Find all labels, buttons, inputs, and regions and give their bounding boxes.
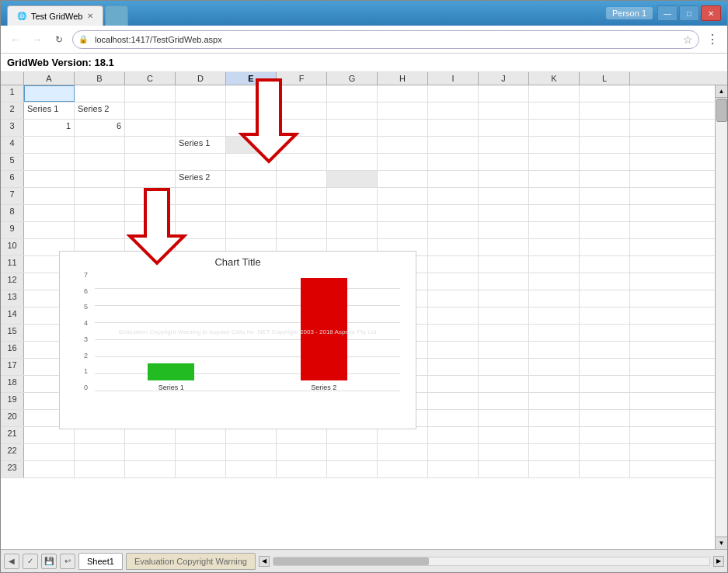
col-header-a[interactable]: A xyxy=(24,72,75,85)
col-header-c[interactable]: C xyxy=(125,72,176,85)
cell-k5[interactable] xyxy=(529,154,580,170)
cell-b3[interactable]: 6 xyxy=(75,120,125,136)
cell-b1[interactable] xyxy=(75,85,125,102)
user-badge[interactable]: Person 1 xyxy=(606,7,653,19)
cell-c2[interactable] xyxy=(125,102,176,119)
cell-b4[interactable] xyxy=(75,137,125,153)
cell-a5[interactable] xyxy=(24,154,75,170)
vertical-scrollbar[interactable]: ▲ ▼ xyxy=(715,85,727,549)
cell-f4[interactable] xyxy=(277,137,327,153)
cell-j5[interactable] xyxy=(479,154,529,170)
cell-l5[interactable] xyxy=(580,154,630,170)
cell-i5[interactable] xyxy=(428,154,479,170)
cell-e6[interactable] xyxy=(226,171,277,187)
cell-g2[interactable] xyxy=(327,102,378,119)
cell-k2[interactable] xyxy=(529,102,580,119)
cell-h4[interactable] xyxy=(378,137,428,153)
cell-i2[interactable] xyxy=(428,102,479,119)
forward-button[interactable]: → xyxy=(29,31,46,48)
back-button[interactable]: ← xyxy=(7,31,24,48)
col-header-f[interactable]: F xyxy=(277,72,327,85)
cell-b6[interactable] xyxy=(75,171,125,187)
h-scroll-thumb[interactable] xyxy=(273,557,429,565)
cell-g1[interactable] xyxy=(327,85,378,102)
url-input[interactable] xyxy=(72,30,699,49)
cell-k3[interactable] xyxy=(529,120,580,136)
cell-a1[interactable] xyxy=(24,85,75,102)
nav-prev-button[interactable]: ◀ xyxy=(4,554,19,569)
scroll-left-arrow[interactable]: ◀ xyxy=(259,556,270,567)
cell-h3[interactable] xyxy=(378,120,428,136)
cell-g5[interactable] xyxy=(327,154,378,170)
cell-l3[interactable] xyxy=(580,120,630,136)
cell-i1[interactable] xyxy=(428,85,479,102)
refresh-button[interactable]: ↻ xyxy=(51,31,68,48)
checkmark-button[interactable]: ✓ xyxy=(23,554,38,569)
cell-d1[interactable] xyxy=(176,85,226,102)
cell-l1[interactable] xyxy=(580,85,630,102)
cell-e4[interactable] xyxy=(226,137,277,153)
cell-c1[interactable] xyxy=(125,85,176,102)
cell-a3[interactable]: 1 xyxy=(24,120,75,136)
cell-h5[interactable] xyxy=(378,154,428,170)
cell-f5[interactable] xyxy=(277,154,327,170)
col-header-h[interactable]: H xyxy=(378,72,428,85)
cell-i3[interactable] xyxy=(428,120,479,136)
cell-c3[interactable] xyxy=(125,120,176,136)
sheet-tab-warning[interactable]: Evaluation Copyright Warning xyxy=(126,553,256,570)
bookmark-icon[interactable]: ☆ xyxy=(683,33,693,46)
cell-f6[interactable] xyxy=(277,171,327,187)
col-header-i[interactable]: I xyxy=(428,72,479,85)
cell-h6[interactable] xyxy=(378,171,428,187)
col-header-l[interactable]: L xyxy=(580,72,630,85)
horizontal-scrollbar[interactable] xyxy=(273,557,710,566)
scroll-down-arrow[interactable]: ▼ xyxy=(716,537,727,549)
maximize-button[interactable]: □ xyxy=(679,5,699,21)
scroll-up-arrow[interactable]: ▲ xyxy=(716,85,727,98)
cell-a4[interactable] xyxy=(24,137,75,153)
cell-i4[interactable] xyxy=(428,137,479,153)
col-header-g[interactable]: G xyxy=(327,72,378,85)
cell-j2[interactable] xyxy=(479,102,529,119)
cell-j6[interactable] xyxy=(479,171,529,187)
cell-d5[interactable] xyxy=(176,154,226,170)
cell-j3[interactable] xyxy=(479,120,529,136)
cell-h1[interactable] xyxy=(378,85,428,102)
cell-k4[interactable] xyxy=(529,137,580,153)
cell-g6[interactable] xyxy=(327,171,378,187)
col-header-b[interactable]: B xyxy=(75,72,125,85)
col-header-e[interactable]: E xyxy=(226,72,277,85)
cell-g4[interactable] xyxy=(327,137,378,153)
cell-l4[interactable] xyxy=(580,137,630,153)
cell-b5[interactable] xyxy=(75,154,125,170)
save-button[interactable]: 💾 xyxy=(41,554,57,569)
cell-c5[interactable] xyxy=(125,154,176,170)
cell-f1[interactable] xyxy=(277,85,327,102)
cell-f3[interactable] xyxy=(277,120,327,136)
scroll-right-arrow[interactable]: ▶ xyxy=(713,556,724,567)
close-button[interactable]: ✕ xyxy=(701,5,721,21)
cell-e1[interactable] xyxy=(226,85,277,102)
cell-k1[interactable] xyxy=(529,85,580,102)
tab-close-btn[interactable]: ✕ xyxy=(87,12,93,20)
cell-l6[interactable] xyxy=(580,171,630,187)
cell-c4[interactable] xyxy=(125,137,176,153)
cell-d4[interactable]: Series 1 xyxy=(176,137,226,153)
cell-l2[interactable] xyxy=(580,102,630,119)
cell-g3[interactable] xyxy=(327,120,378,136)
cell-j1[interactable] xyxy=(479,85,529,102)
undo-button[interactable]: ↩ xyxy=(60,554,75,569)
cell-d6[interactable]: Series 2 xyxy=(176,171,226,187)
active-tab[interactable]: 🌐 Test GridWeb ✕ xyxy=(7,5,103,26)
cell-e5[interactable] xyxy=(226,154,277,170)
cell-e3[interactable] xyxy=(226,120,277,136)
cell-b2[interactable]: Series 2 xyxy=(75,102,125,119)
browser-menu-button[interactable]: ⋮ xyxy=(704,31,721,48)
cell-j4[interactable] xyxy=(479,137,529,153)
cell-e2[interactable] xyxy=(226,102,277,119)
sheet-tab-sheet1[interactable]: Sheet1 xyxy=(78,553,123,570)
col-header-j[interactable]: J xyxy=(479,72,529,85)
cell-d2[interactable] xyxy=(176,102,226,119)
cell-a6[interactable] xyxy=(24,171,75,187)
cell-h2[interactable] xyxy=(378,102,428,119)
